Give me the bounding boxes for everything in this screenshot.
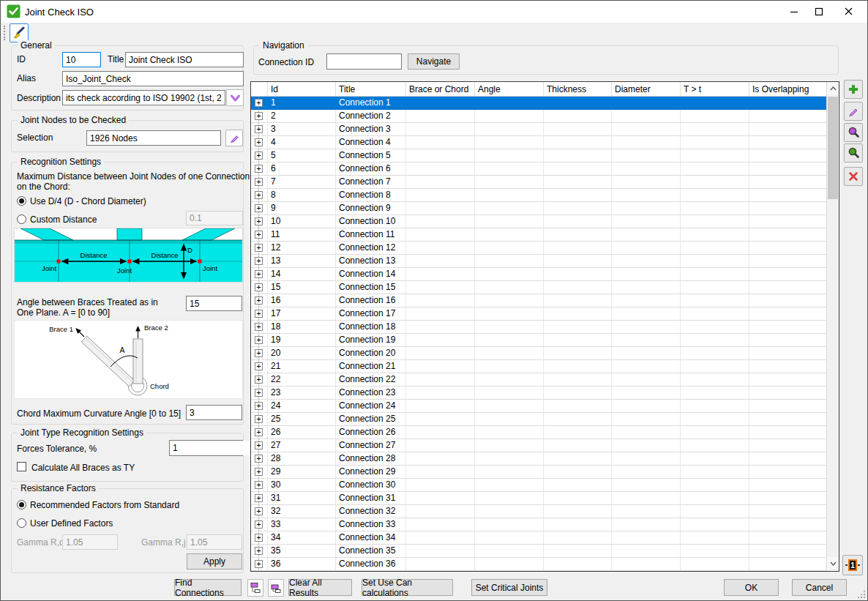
expand-icon[interactable]: + (255, 217, 263, 225)
navigate-button[interactable]: Navigate (408, 53, 460, 70)
table-row[interactable]: + 28 Connection 28 (251, 452, 826, 466)
find-connections-button[interactable]: Find Connections (174, 579, 242, 596)
expand-icon[interactable]: + (255, 231, 263, 239)
zoom-to-selected-button[interactable] (844, 123, 863, 142)
expand-icon[interactable]: + (255, 455, 263, 463)
table-row[interactable]: + 24 Connection 24 (251, 400, 826, 413)
expand-icon[interactable]: + (255, 402, 263, 410)
scroll-up-button[interactable] (827, 82, 839, 94)
table-row[interactable]: + 4 Connection 4 (251, 136, 826, 149)
expand-icon[interactable]: + (255, 560, 263, 568)
expand-icon[interactable]: + (255, 191, 263, 199)
add-button[interactable] (844, 80, 863, 99)
description-expand-button[interactable] (226, 89, 244, 106)
table-row[interactable]: + 6 Connection 6 (251, 163, 826, 176)
expand-icon[interactable]: + (255, 204, 263, 212)
edit-selection-button[interactable] (225, 130, 243, 146)
selection-field[interactable] (86, 130, 221, 146)
expand-icon[interactable]: + (255, 178, 263, 186)
header-t-gt-t[interactable]: T > t (681, 82, 749, 96)
table-row[interactable]: + 29 Connection 29 (251, 466, 826, 479)
show-numbers-button[interactable]: 1 (842, 555, 863, 575)
expand-icon[interactable]: + (255, 323, 263, 331)
expand-icon[interactable]: + (255, 257, 263, 265)
table-row[interactable]: + 34 Connection 34 (251, 531, 826, 545)
table-row[interactable]: + 26 Connection 26 (251, 426, 826, 439)
table-row[interactable]: + 31 Connection 31 (251, 492, 826, 505)
expand-icon[interactable]: + (255, 389, 263, 397)
expand-icon[interactable]: + (255, 349, 263, 357)
expand-icon[interactable]: + (255, 112, 263, 120)
table-row[interactable]: + 20 Connection 20 (251, 347, 826, 360)
header-diameter[interactable]: Diameter (612, 82, 681, 96)
brace-angle-field[interactable] (186, 296, 242, 311)
expand-icon[interactable]: + (255, 494, 263, 502)
curvature-field[interactable] (186, 405, 242, 420)
expand-icon[interactable]: + (255, 138, 263, 146)
zoom-to-all-button[interactable] (844, 143, 863, 163)
table-row[interactable]: + 21 Connection 21 (251, 360, 826, 373)
expand-icon[interactable]: + (255, 441, 263, 449)
table-row[interactable]: + 18 Connection 18 (251, 321, 826, 334)
radio-use-d4[interactable] (17, 196, 26, 206)
expand-icon[interactable]: + (255, 534, 263, 542)
set-use-can-calculations-button[interactable]: Set Use Can calculations (362, 579, 453, 596)
table-row[interactable]: + 5 Connection 5 (251, 149, 826, 163)
expand-icon[interactable]: + (255, 270, 263, 278)
edit-button[interactable] (844, 102, 863, 121)
close-button[interactable] (835, 1, 861, 22)
forces-tolerance-spinner[interactable] (169, 440, 243, 456)
table-row[interactable]: + 32 Connection 32 (251, 505, 826, 518)
table-row[interactable]: + 7 Connection 7 (251, 176, 826, 189)
expand-all-button[interactable] (247, 579, 263, 597)
header-id[interactable]: Id (268, 82, 336, 96)
expand-icon[interactable]: + (255, 165, 263, 173)
id-field[interactable] (62, 52, 101, 67)
table-row[interactable]: + 19 Connection 19 (251, 334, 826, 347)
apply-button[interactable]: Apply (187, 553, 242, 570)
radio-user-factors[interactable] (17, 518, 26, 528)
expand-icon[interactable]: + (255, 428, 263, 436)
maximize-button[interactable] (806, 1, 832, 22)
header-is-overlapping[interactable]: Is Overlapping (749, 82, 826, 96)
table-row[interactable]: + 15 Connection 15 (251, 281, 826, 294)
clear-all-results-button[interactable]: Clear All Results (288, 579, 352, 596)
alias-field[interactable] (62, 71, 244, 86)
table-row[interactable]: + 17 Connection 17 (251, 307, 826, 321)
expand-icon[interactable]: + (255, 468, 263, 476)
table-row[interactable]: + 23 Connection 23 (251, 387, 826, 400)
table-row[interactable]: + 14 Connection 14 (251, 268, 826, 281)
titlebar[interactable]: Joint Check ISO (1, 1, 867, 23)
expand-icon[interactable]: + (255, 244, 263, 252)
expand-icon[interactable]: + (255, 481, 263, 489)
scroll-down-button[interactable] (827, 557, 839, 570)
connection-id-field[interactable] (326, 53, 402, 70)
table-row[interactable]: + 12 Connection 12 (251, 242, 826, 255)
expand-icon[interactable]: + (255, 99, 263, 107)
header-angle[interactable]: Angle (475, 82, 544, 96)
table-row[interactable]: + 8 Connection 8 (251, 189, 826, 202)
minimize-button[interactable] (781, 1, 807, 22)
expand-icon[interactable]: + (255, 547, 263, 555)
header-thickness[interactable]: Thickness (544, 82, 612, 96)
header-title[interactable]: Title (336, 82, 406, 96)
resize-grip[interactable] (857, 590, 865, 598)
scrollbar-thumb[interactable] (828, 97, 838, 199)
description-field[interactable] (62, 90, 225, 105)
title-field[interactable] (125, 52, 244, 67)
radio-recommended-factors[interactable] (17, 500, 26, 509)
cancel-button[interactable]: Cancel (792, 579, 847, 596)
expand-icon[interactable]: + (255, 310, 263, 318)
table-row[interactable]: + 11 Connection 11 (251, 228, 826, 242)
table-row[interactable]: + 13 Connection 13 (251, 255, 826, 268)
expand-icon[interactable]: + (255, 362, 263, 370)
expand-icon[interactable]: + (255, 507, 263, 515)
set-critical-joints-button[interactable]: Set Critical Joints (471, 579, 547, 596)
calc-braces-ty-checkbox[interactable] (17, 462, 26, 471)
header-brace-or-chord[interactable]: Brace or Chord (406, 82, 475, 96)
expand-icon[interactable]: + (255, 520, 263, 529)
expand-icon[interactable]: + (255, 376, 263, 384)
expand-icon[interactable]: + (255, 125, 263, 133)
expand-icon[interactable]: + (255, 415, 263, 423)
collapse-all-button[interactable] (268, 579, 284, 597)
